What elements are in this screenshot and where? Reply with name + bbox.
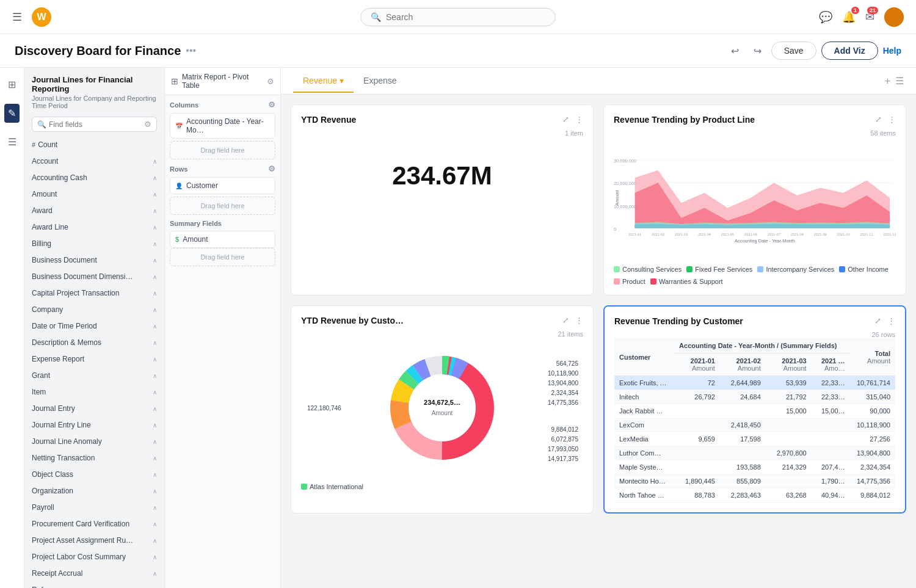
chevron-icon: ∧	[153, 257, 157, 264]
svg-text:2021-09: 2021-09	[814, 233, 827, 236]
sidebar-item-receipt-accrual[interactable]: Receipt Accrual ∧	[24, 565, 164, 582]
tab-more-button[interactable]: ☰	[895, 75, 904, 87]
cell-c2	[720, 446, 766, 460]
fields-settings-icon[interactable]: ⚙	[267, 77, 274, 86]
rows-field-chip[interactable]: 👤 Customer	[170, 177, 275, 194]
sidebar-item-amount[interactable]: Amount ∧	[24, 186, 164, 203]
tab-expense[interactable]: Expense	[354, 70, 406, 93]
undo-button[interactable]: ↩	[726, 43, 744, 59]
chevron-icon: ∧	[153, 307, 157, 313]
customer-table: Customer Accounting Date - Year-Month / …	[614, 338, 895, 503]
svg-text:30,000,000: 30,000,000	[614, 158, 636, 164]
expand-icon[interactable]: ⤢	[874, 316, 881, 325]
add-tab-button[interactable]: +	[885, 75, 890, 87]
filter-icon[interactable]: ☰	[4, 132, 20, 151]
cell-total: 90,000	[850, 404, 895, 418]
sidebar-item-payroll[interactable]: Payroll ∧	[24, 499, 164, 516]
columns-settings-icon[interactable]: ⚙	[268, 100, 275, 109]
cell-customer: LexMedia	[614, 432, 674, 446]
sidebar-item-netting-transaction[interactable]: Netting Transaction ∧	[24, 450, 164, 466]
svg-text:2021-03: 2021-03	[675, 233, 688, 236]
cell-c2	[720, 404, 766, 418]
sidebar-item-account[interactable]: Account ∧	[24, 153, 164, 170]
ytd-customer-count: 21 items	[301, 330, 583, 338]
cell-c4	[812, 418, 850, 432]
legend-label-other-income: Other Income	[848, 266, 889, 273]
more-icon[interactable]: ⋮	[575, 115, 583, 124]
chat-icon[interactable]: 💬	[819, 10, 832, 24]
sidebar-item-object-class[interactable]: Object Class ∧	[24, 466, 164, 483]
chevron-icon: ∧	[153, 389, 157, 396]
redo-button[interactable]: ↪	[749, 43, 766, 59]
user-avatar[interactable]	[884, 7, 904, 27]
sidebar-item-accounting-cash[interactable]: Accounting Cash ∧	[24, 170, 164, 186]
add-viz-button[interactable]: Add Viz	[821, 42, 878, 60]
customer-icon: 👤	[175, 183, 183, 189]
expand-icon[interactable]: ⤢	[875, 115, 882, 124]
cell-c2: 24,684	[720, 390, 766, 404]
revenue-customer-table-card: Revenue Trending by Customer ⤢ ⋮ 26 rows…	[603, 305, 906, 514]
more-icon[interactable]: ⋮	[575, 316, 583, 325]
edit-icon[interactable]: ✎	[4, 104, 20, 123]
sidebar-item-reference[interactable]: Reference ∧	[24, 582, 164, 588]
svg-text:Accounting Date - Year-Month: Accounting Date - Year-Month	[735, 238, 795, 244]
donut-right-labels: 564,725 10,118,900 13,904,800 2,324,354 …	[548, 359, 578, 408]
col-customer: Customer	[614, 338, 674, 376]
sidebar-item-procurement-card[interactable]: Procurement Card Verification ∧	[24, 516, 164, 532]
sidebar-item-award-line[interactable]: Award Line ∧	[24, 219, 164, 236]
more-icon[interactable]: ⋮	[888, 115, 896, 124]
sidebar-item-business-document-dimens[interactable]: Business Document Dimensi… ∧	[24, 269, 164, 285]
revenue-trending-header: Revenue Trending by Product Line ⤢ ⋮	[614, 115, 896, 125]
tab-revenue-dropdown-icon[interactable]: ▾	[340, 76, 344, 85]
expand-icon[interactable]: ⤢	[562, 316, 569, 325]
sidebar-item-description-memos[interactable]: Description & Memos ∧	[24, 335, 164, 351]
legend-label-atlas: Atlas International	[310, 483, 363, 490]
search-bar[interactable]: 🔍	[360, 8, 556, 26]
sidebar-item-company[interactable]: Company ∧	[24, 302, 164, 318]
sidebar-item-organization[interactable]: Organization ∧	[24, 483, 164, 499]
search-input[interactable]	[386, 12, 545, 22]
cell-c4: 22,33…	[812, 390, 850, 404]
data-source-icon[interactable]: ⊞	[4, 75, 20, 94]
cell-total: 10,118,900	[850, 418, 895, 432]
chevron-icon: ∧	[153, 208, 157, 214]
rows-settings-icon[interactable]: ⚙	[268, 164, 275, 173]
revenue-trending-chart: 0 10,000,000 20,000,000 30,000,000	[614, 137, 896, 259]
legend-label-intercompany: Intercompany Services	[766, 266, 834, 273]
sidebar-item-date-time-period[interactable]: Date or Time Period ∧	[24, 318, 164, 335]
sidebar-item-count[interactable]: # Count	[24, 137, 164, 153]
sidebar-item-project-asset[interactable]: Project Asset Assignment Ru… ∧	[24, 532, 164, 549]
sidebar-item-journal-line-anomaly[interactable]: Journal Line Anomaly ∧	[24, 434, 164, 450]
columns-field-chip[interactable]: 📅 Accounting Date - Year-Mo…	[170, 113, 275, 139]
hamburger-icon[interactable]: ☰	[12, 10, 22, 24]
notification-icon[interactable]: 🔔 1	[842, 10, 856, 24]
cell-total: 27,256	[850, 432, 895, 446]
mail-icon[interactable]: ✉ 21	[865, 10, 874, 24]
sidebar-item-award[interactable]: Award ∧	[24, 203, 164, 219]
content-area: Revenue ▾ Expense + ☰ YTD Revenue ⤢ ⋮	[281, 68, 916, 588]
gear-icon[interactable]: ⚙	[144, 120, 151, 129]
sidebar-search[interactable]: 🔍 ⚙	[32, 117, 157, 132]
sidebar-item-business-document[interactable]: Business Document ∧	[24, 252, 164, 269]
tab-revenue[interactable]: Revenue ▾	[293, 70, 354, 93]
sidebar-item-journal-entry-line[interactable]: Journal Entry Line ∧	[24, 417, 164, 434]
summary-field-chip[interactable]: $ Amount	[170, 231, 275, 248]
save-button[interactable]: Save	[771, 42, 816, 60]
cell-c1	[674, 460, 720, 474]
chevron-icon: ∧	[153, 570, 157, 577]
sidebar-item-journal-entry[interactable]: Journal Entry ∧	[24, 401, 164, 417]
chevron-icon: ∧	[153, 158, 157, 165]
help-button[interactable]: Help	[883, 46, 901, 56]
sidebar-item-expense-report[interactable]: Expense Report ∧	[24, 351, 164, 368]
more-options-icon[interactable]: •••	[186, 45, 196, 56]
sidebar-item-project-labor[interactable]: Project Labor Cost Summary ∧	[24, 549, 164, 565]
sidebar-item-item[interactable]: Item ∧	[24, 384, 164, 401]
columns-label: Columns	[170, 101, 198, 109]
find-fields-input[interactable]	[49, 120, 144, 129]
sidebar-item-grant[interactable]: Grant ∧	[24, 368, 164, 384]
svg-text:2021-04: 2021-04	[698, 233, 711, 236]
sidebar-item-capital-project[interactable]: Capital Project Transaction ∧	[24, 285, 164, 302]
more-icon[interactable]: ⋮	[887, 316, 895, 325]
sidebar-item-billing[interactable]: Billing ∧	[24, 236, 164, 252]
expand-icon[interactable]: ⤢	[562, 115, 569, 124]
